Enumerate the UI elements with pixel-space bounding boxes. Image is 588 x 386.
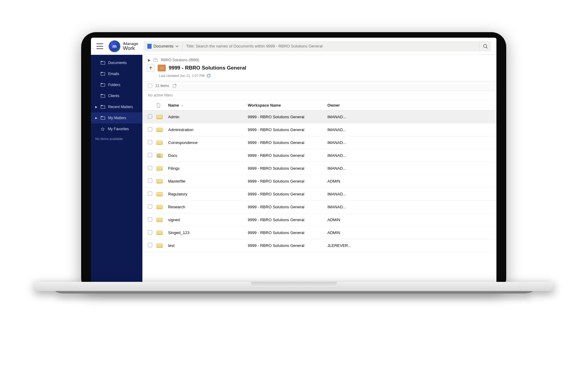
col-name[interactable]: Name ↑ bbox=[168, 103, 248, 108]
row-checkbox[interactable] bbox=[148, 217, 152, 221]
cell-name: Admin bbox=[168, 115, 248, 119]
folder-icon bbox=[101, 83, 105, 87]
page-title: 9999 - RBRO Solutions General bbox=[169, 65, 246, 71]
caret-right-icon[interactable]: ▶ bbox=[148, 58, 150, 62]
svg-rect-14 bbox=[154, 59, 158, 62]
search-button[interactable] bbox=[479, 41, 491, 51]
search-bar: Documents bbox=[144, 41, 491, 51]
updated-text: Last Updated Jun 21, 1:07 PM bbox=[159, 74, 205, 78]
folder-icon bbox=[156, 153, 163, 158]
filter-row: No active filters bbox=[142, 91, 496, 100]
screen: m iManage Work Documents bbox=[91, 38, 496, 286]
sidebar-item[interactable]: Folders bbox=[91, 79, 142, 90]
folder-icon bbox=[156, 205, 163, 209]
svg-line-1 bbox=[486, 47, 488, 48]
cell-workspace: 9999 - RBRO Solutions General bbox=[248, 243, 327, 248]
table-row[interactable]: signed9999 - RBRO Solutions GeneralADMIN bbox=[142, 214, 496, 226]
table-row[interactable]: Singed_1239999 - RBRO Solutions GeneralA… bbox=[142, 226, 496, 239]
sidebar-item-label: Documents bbox=[108, 61, 127, 65]
cell-workspace: 9999 - RBRO Solutions General bbox=[248, 166, 327, 171]
sidebar-item-label: My Matters bbox=[108, 116, 126, 120]
folder-icon bbox=[101, 116, 105, 120]
laptop-base bbox=[35, 282, 553, 311]
sidebar-item[interactable]: ▶Recent Matters bbox=[91, 101, 142, 112]
cell-owner: ADMIN bbox=[327, 179, 376, 184]
cell-name: Singed_123 bbox=[168, 230, 248, 235]
search-input[interactable] bbox=[183, 41, 479, 51]
cell-workspace: 9999 - RBRO Solutions General bbox=[248, 153, 327, 158]
row-checkbox[interactable] bbox=[148, 243, 152, 247]
sidebar-item-label: Folders bbox=[108, 83, 120, 87]
caret-right-icon: ▶ bbox=[95, 105, 98, 108]
cell-owner: ADMIN bbox=[327, 230, 376, 235]
row-checkbox[interactable] bbox=[148, 230, 152, 234]
row-checkbox[interactable] bbox=[148, 114, 152, 119]
search-scope-select[interactable]: Documents bbox=[144, 41, 183, 51]
cell-owner: ADMIN bbox=[327, 218, 376, 222]
chevron-down-icon bbox=[175, 45, 179, 48]
updated-row: Last Updated Jun 21, 1:07 PM bbox=[142, 73, 496, 81]
cell-owner: IMANAD... bbox=[327, 192, 376, 196]
cell-owner: IMANAD... bbox=[327, 205, 376, 209]
cell-owner: JLEREVER... bbox=[327, 243, 376, 248]
menu-icon[interactable] bbox=[96, 44, 103, 49]
table-row[interactable]: Regulatory9999 - RBRO Solutions GeneralI… bbox=[142, 188, 496, 201]
table-row[interactable]: Administration9999 - RBRO Solutions Gene… bbox=[142, 123, 496, 136]
breadcrumb-client[interactable]: RBRO Solutions (9999) bbox=[161, 58, 199, 62]
row-checkbox[interactable] bbox=[148, 153, 152, 157]
row-checkbox[interactable] bbox=[148, 127, 152, 131]
cell-workspace: 9999 - RBRO Solutions General bbox=[248, 115, 327, 119]
search-icon bbox=[483, 44, 488, 49]
row-checkbox[interactable] bbox=[148, 179, 152, 183]
up-button[interactable] bbox=[147, 64, 155, 72]
document-icon bbox=[147, 44, 152, 49]
body: DocumentsEmailsFoldersClients▶Recent Mat… bbox=[91, 55, 496, 286]
logo-line2: Work bbox=[123, 46, 138, 51]
sort-asc-icon: ↑ bbox=[181, 104, 183, 107]
table-row[interactable]: Research9999 - RBRO Solutions GeneralIMA… bbox=[142, 201, 496, 214]
cell-workspace: 9999 - RBRO Solutions General bbox=[248, 205, 327, 209]
cell-workspace: 9999 - RBRO Solutions General bbox=[248, 230, 327, 235]
folder-icon bbox=[156, 244, 163, 248]
cell-name: Regulatory bbox=[168, 192, 248, 196]
sidebar-item[interactable]: Documents bbox=[91, 57, 142, 68]
col-owner[interactable]: Owner bbox=[327, 103, 376, 108]
cell-owner: IMANAD... bbox=[327, 140, 376, 145]
table-row[interactable]: Correspondence9999 - RBRO Solutions Gene… bbox=[142, 136, 496, 149]
row-checkbox[interactable] bbox=[148, 166, 152, 170]
table-row[interactable]: test9999 - RBRO Solutions GeneralJLEREVE… bbox=[142, 239, 496, 252]
table-header: Name ↑ Workspace Name Owner bbox=[142, 100, 496, 111]
row-checkbox[interactable] bbox=[148, 140, 152, 144]
col-workspace[interactable]: Workspace Name bbox=[248, 103, 327, 108]
table-row[interactable]: Admin9999 - RBRO Solutions GeneralIMANAD… bbox=[142, 111, 496, 123]
folder-icon bbox=[101, 72, 105, 76]
sidebar-item[interactable]: My Favorites bbox=[91, 123, 142, 134]
folder-icon bbox=[156, 141, 163, 145]
cell-name: Administration bbox=[168, 127, 248, 132]
sidebar-item-label: Clients bbox=[108, 94, 119, 98]
select-all-checkbox[interactable] bbox=[148, 84, 152, 88]
cell-workspace: 9999 - RBRO Solutions General bbox=[248, 192, 327, 196]
item-count: 11 items bbox=[155, 84, 169, 88]
sidebar-item[interactable]: Clients bbox=[91, 90, 142, 101]
table-row[interactable]: Docs9999 - RBRO Solutions GeneralIMANAD.… bbox=[142, 149, 496, 162]
cell-workspace: 9999 - RBRO Solutions General bbox=[248, 179, 327, 184]
table-row[interactable]: Filings9999 - RBRO Solutions GeneralIMAN… bbox=[142, 162, 496, 175]
logo-line1: iManage bbox=[123, 42, 138, 46]
arrow-up-icon bbox=[149, 66, 153, 70]
table-row[interactable]: Masterfile9999 - RBRO Solutions GeneralA… bbox=[142, 175, 496, 188]
row-checkbox[interactable] bbox=[148, 191, 152, 196]
sidebar-item[interactable]: ▶My Matters bbox=[91, 112, 142, 123]
folder-icon bbox=[101, 94, 105, 98]
folder-icon bbox=[101, 105, 105, 109]
row-checkbox[interactable] bbox=[148, 204, 152, 209]
svg-point-0 bbox=[484, 44, 487, 47]
svg-rect-12 bbox=[101, 117, 105, 119]
folder-icon bbox=[156, 128, 163, 132]
cell-owner: IMANAD... bbox=[327, 153, 376, 158]
breadcrumb: ▶ RBRO Solutions (9999) bbox=[142, 55, 496, 63]
sidebar-item[interactable]: Emails bbox=[91, 68, 142, 79]
export-icon[interactable] bbox=[173, 84, 177, 88]
svg-rect-2 bbox=[101, 62, 105, 64]
refresh-icon[interactable] bbox=[206, 74, 211, 78]
